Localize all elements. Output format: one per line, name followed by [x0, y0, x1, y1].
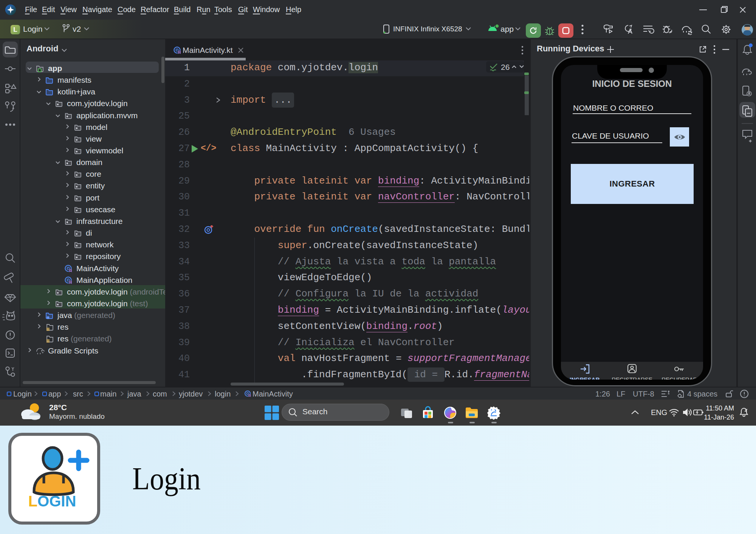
- svg-text:LOGIN: LOGIN: [28, 493, 76, 509]
